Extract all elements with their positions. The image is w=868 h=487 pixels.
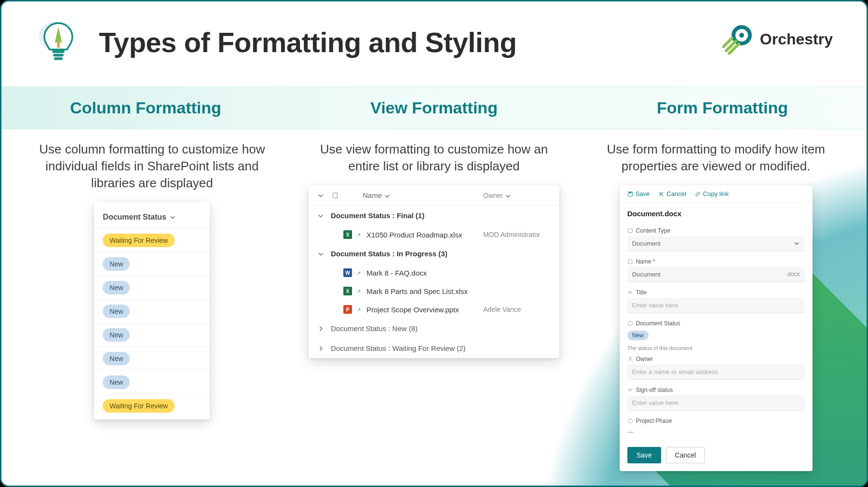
brand-logo: Orchestry: [722, 24, 833, 55]
field-project-phase: Project Phase —: [620, 413, 813, 439]
xls-file-icon: X: [343, 230, 352, 239]
name-suffix: .docx: [786, 271, 800, 278]
svg-rect-10: [333, 193, 338, 198]
status-icon: [627, 418, 633, 424]
chevron-right-icon: [317, 345, 324, 352]
share-indicator-icon: ↗: [357, 307, 361, 312]
phase-value[interactable]: —: [627, 426, 805, 437]
status-pill: New: [103, 257, 130, 271]
view-col-name[interactable]: Name: [363, 191, 475, 199]
status-pill: New: [627, 331, 649, 340]
view-group-header[interactable]: Document Status : Final (1): [309, 206, 559, 225]
status-pill: New: [103, 352, 130, 365]
lightbulb-icon: [35, 18, 81, 66]
chevron-down-icon: [317, 212, 324, 219]
share-indicator-icon: ↗: [357, 270, 361, 276]
view-col-name-label: Name: [363, 191, 382, 199]
link-icon: [695, 191, 701, 197]
content-row: Use column formatting to customize how i…: [1, 129, 867, 486]
view-file-row[interactable]: P↗Project Scope Overview.pptxAdele Vance: [309, 300, 559, 319]
view-col-owner[interactable]: Owner: [483, 192, 551, 199]
name-input[interactable]: Document .docx: [627, 267, 805, 282]
form-doc-title: Document.docx: [620, 203, 813, 223]
view-group-label: Document Status : Waiting For Review (2): [331, 344, 466, 352]
form-formatting-col: Use form formatting to modify how item p…: [580, 141, 852, 471]
field-signoff: Sign-off status Enter value here: [620, 382, 813, 413]
close-icon: [658, 191, 664, 197]
share-indicator-icon: ↗: [357, 232, 361, 237]
text-icon: [627, 290, 633, 295]
form-formatting-card: Save Cancel Copy link Document.docx Cont…: [620, 185, 813, 471]
section-tabs: Column Formatting View Formatting Form F…: [1, 86, 867, 129]
file-name: X1050 Product Roadmap.xlsx: [366, 231, 478, 239]
svg-point-23: [628, 419, 632, 423]
field-label: Title: [636, 289, 647, 296]
form-top-actions: Save Cancel Copy link: [620, 185, 813, 203]
view-file-row[interactable]: X↗Mark 8 Parts and Spec List.xlsx: [309, 282, 559, 300]
field-content-type: Content Type Document: [620, 223, 813, 253]
form-buttons: Save Cancel: [620, 439, 813, 471]
status-pill: New: [103, 281, 130, 294]
view-formatting-col: Use view formatting to customize how an …: [298, 141, 570, 471]
save-icon: [627, 191, 633, 197]
form-cancel-label: Cancel: [666, 190, 686, 197]
form-cancel-action[interactable]: Cancel: [658, 190, 686, 197]
field-label: Sign-off status: [636, 387, 673, 393]
form-copy-label: Copy link: [703, 190, 729, 197]
svg-rect-12: [629, 192, 631, 193]
column-formatting-col: Use column formatting to customize how i…: [16, 141, 288, 471]
form-copy-action[interactable]: Copy link: [695, 190, 729, 197]
cancel-button[interactable]: Cancel: [666, 447, 705, 463]
slide-header: Types of Formatting and Styling Orchestr…: [1, 1, 867, 86]
view-file-row[interactable]: X↗X1050 Product Roadmap.xlsxMOD Administ…: [309, 225, 559, 244]
ppt-file-icon: P: [343, 305, 352, 314]
tab-column-formatting: Column Formatting: [1, 87, 290, 129]
slide: Types of Formatting and Styling Orchestr…: [0, 0, 868, 487]
column-header[interactable]: Document Status: [94, 207, 210, 229]
view-file-row[interactable]: W↗Mark 8 - FAQ.docx: [309, 264, 559, 282]
content-type-select[interactable]: Document: [627, 236, 805, 251]
column-status-row: New: [94, 347, 210, 371]
chevron-down-icon: [505, 193, 512, 199]
doc-file-icon: W: [343, 268, 352, 277]
file-name: Project Scope Overview.pptx: [366, 306, 478, 314]
status-pill: New: [103, 376, 130, 389]
file-name: Mark 8 - FAQ.docx: [366, 269, 478, 277]
title-input[interactable]: Enter value here: [627, 298, 805, 313]
field-label: Name *: [636, 258, 655, 265]
svg-point-19: [629, 357, 631, 360]
save-button[interactable]: Save: [627, 447, 661, 463]
svg-rect-2: [53, 54, 64, 56]
view-group-label: Document Status : In Progress (3): [331, 250, 448, 258]
tag-icon: [627, 228, 633, 234]
view-col-owner-label: Owner: [483, 192, 503, 199]
field-label: Project Phase: [636, 417, 672, 424]
field-document-status: Document Status New: [620, 315, 813, 344]
status-pill: Waiting For Review: [103, 234, 175, 247]
view-group-header[interactable]: Document Status : Waiting For Review (2): [309, 338, 559, 358]
chevron-down-icon: [793, 240, 800, 247]
status-pill: Waiting For Review: [103, 399, 175, 413]
field-name: Name * Document .docx: [620, 253, 813, 284]
column-status-row: New: [94, 300, 210, 323]
column-status-row: New: [94, 252, 210, 276]
page-title: Types of Formatting and Styling: [99, 26, 516, 58]
status-value-wrap[interactable]: New: [627, 329, 805, 342]
view-group-label: Document Status : New (8): [331, 324, 418, 333]
chevron-down-icon: [317, 250, 324, 257]
content-type-value: Document: [632, 240, 661, 247]
form-save-action[interactable]: Save: [627, 190, 650, 197]
file-name: Mark 8 Parts and Spec List.xlsx: [366, 287, 478, 295]
column-status-row: New: [94, 276, 210, 300]
view-group-header[interactable]: Document Status : In Progress (3): [309, 244, 559, 264]
person-icon: [627, 356, 633, 362]
view-group-header[interactable]: Document Status : New (8): [309, 319, 559, 338]
owner-input[interactable]: Enter a name or email address: [627, 364, 805, 380]
signoff-input[interactable]: Enter value here: [627, 395, 805, 411]
svg-rect-3: [54, 57, 63, 60]
chevron-down-icon[interactable]: [317, 192, 324, 199]
text-icon: [627, 387, 633, 393]
field-label: Owner: [636, 356, 653, 362]
column-status-row: New: [94, 323, 210, 347]
svg-rect-1: [52, 49, 64, 53]
